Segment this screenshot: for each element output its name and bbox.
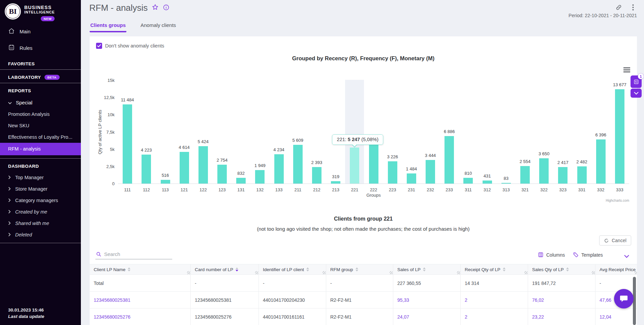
bar-223[interactable] (388, 161, 397, 184)
bar-131[interactable] (236, 178, 246, 184)
bar-113[interactable] (161, 180, 170, 184)
sidebar-item-promotion-analysis[interactable]: Promotion Analysis (0, 108, 81, 120)
bar-321[interactable] (520, 166, 530, 184)
sidebar: BI BUSINESS INTELLIGENCE NEW Main Rules … (0, 0, 81, 325)
table-cell: 191 847,72 (528, 275, 595, 291)
column-header-label: RFM group (330, 267, 353, 272)
tab-bar: Clients groups Anomaly clients (90, 22, 177, 32)
chart-tooltip: 221: 5 247 (5,08%) (332, 134, 383, 145)
cancel-button[interactable]: Cancel (599, 235, 631, 246)
sort-arrows-icon[interactable] (566, 267, 569, 271)
sidebar-item-rfm-analysis[interactable]: RFM - analysis (0, 143, 81, 155)
bar-value-label: 2 554 (510, 159, 540, 164)
table-cell: 12,04 (595, 308, 637, 325)
search-field (95, 250, 172, 259)
share-link-icon[interactable] (615, 4, 622, 12)
bar-313[interactable] (501, 183, 511, 184)
bar-133[interactable] (274, 154, 284, 184)
column-header-sales-qty-of-lp[interactable]: Sales Qty of LP (528, 264, 595, 274)
bar-323[interactable] (558, 167, 568, 184)
sidebar-item-rules[interactable]: Rules (0, 40, 81, 56)
kebab-menu-icon[interactable] (632, 4, 634, 12)
table-cell: 2 (461, 292, 528, 308)
group-info-subtitle: (not too long ago visited the shop; not … (90, 226, 637, 232)
sidebar-item-effectiveness-loyalty[interactable]: Effectiveness of Loyalty Pro... (0, 131, 81, 143)
bar-233[interactable] (444, 136, 454, 184)
bar-332[interactable] (596, 139, 606, 184)
tab-clients-groups[interactable]: Clients groups (90, 22, 126, 32)
favorites-header: FAVORITES (0, 56, 81, 69)
table-total-row: Total---227 360,5514 314191 847,72- (90, 275, 637, 292)
bar-232[interactable] (426, 160, 435, 184)
filters-panel-button[interactable]: 1 (631, 75, 642, 88)
sidebar-item-main[interactable]: Main (0, 23, 81, 40)
sidebar-item-top-manager[interactable]: Top Manager (0, 172, 81, 183)
sort-arrows-icon[interactable] (128, 267, 130, 271)
bar-222[interactable] (369, 141, 378, 184)
collapse-dock-button[interactable] (631, 89, 642, 98)
column-header-card-number-of-lp[interactable]: Card number of LP (191, 264, 259, 274)
bar-122[interactable] (198, 146, 208, 184)
table-cell: 12345680025381 (191, 292, 259, 308)
sort-arrows-icon[interactable] (503, 267, 505, 271)
bar-333[interactable] (615, 89, 624, 184)
table-collapse-chevron-icon[interactable] (624, 253, 629, 259)
bar-132[interactable] (255, 170, 265, 184)
x-axis-line (118, 184, 629, 184)
table-cell: 4401041700161161 (259, 308, 326, 325)
bar-212[interactable] (312, 167, 321, 184)
chevron-right-icon (8, 232, 11, 238)
sidebar-item-label: Special (16, 100, 32, 105)
sidebar-item-special[interactable]: Special (0, 96, 81, 108)
column-header-client-lp-name[interactable]: Client LP Name (90, 264, 191, 274)
bar-231[interactable] (407, 173, 416, 184)
y-tick-label: 0 (90, 181, 115, 186)
sidebar-item-new-sku[interactable]: New SKU (0, 120, 81, 131)
bar-121[interactable] (180, 152, 189, 184)
columns-button[interactable]: Columns (538, 252, 565, 258)
bar-111[interactable] (123, 104, 132, 184)
highcharts-credit[interactable]: Highcharts.com (589, 199, 629, 202)
column-header-rfm-group[interactable]: RFM group (326, 264, 393, 274)
logo-line1: BUSINESS (24, 5, 55, 10)
vertical-scrollbar[interactable] (633, 277, 636, 325)
sidebar-item-label: Rules (20, 45, 32, 51)
sort-arrows-icon[interactable] (306, 267, 309, 271)
sidebar-item-deleted[interactable]: Deleted (0, 229, 81, 240)
info-icon[interactable] (163, 4, 170, 12)
sort-arrows-icon[interactable] (356, 267, 358, 271)
column-header-sales-of-lp[interactable]: Sales of LP (393, 264, 461, 274)
bar-211[interactable] (293, 145, 303, 184)
reset-icon (604, 238, 609, 243)
bar-311[interactable] (463, 178, 473, 184)
chevron-right-icon (8, 220, 11, 227)
sidebar-item-label: Deleted (15, 232, 32, 238)
bar-322[interactable] (539, 158, 549, 184)
tab-anomaly-clients[interactable]: Anomaly clients (140, 22, 177, 32)
templates-button[interactable]: Templates (573, 252, 603, 258)
chat-widget-button[interactable] (614, 289, 634, 308)
bar-123[interactable] (217, 165, 227, 184)
column-header-receipt-qty-of-lp[interactable]: Receipt Qty of LP (461, 264, 528, 274)
bar-331[interactable] (577, 166, 587, 184)
chart-context-menu-icon[interactable] (623, 67, 630, 73)
column-header-avg-receipt-price[interactable]: Avg Receipt Price (595, 264, 637, 274)
sidebar-item-created-by-me[interactable]: Created by me (0, 206, 81, 218)
sidebar-item-category-managers[interactable]: Category managers (0, 195, 81, 206)
bar-312[interactable] (483, 181, 492, 184)
sort-arrows-icon[interactable] (236, 267, 238, 271)
client-link[interactable]: 12345680025381 (90, 292, 191, 308)
table-cell: 14 314 (461, 275, 528, 291)
search-input[interactable] (104, 251, 165, 257)
sort-arrows-icon[interactable] (423, 267, 426, 271)
column-header-identifier-of-lp-client[interactable]: Identifier of LP client (259, 264, 326, 274)
bar-221[interactable] (350, 148, 359, 184)
bar-112[interactable] (142, 155, 151, 184)
logo-line2: INTELLIGENCE (24, 10, 55, 14)
favorite-star-icon[interactable] (152, 4, 159, 12)
sidebar-item-shared-with-me[interactable]: Shared with me (0, 218, 81, 229)
period-label: Period: 22-10-2021 - 20-11-2021 (569, 13, 637, 18)
sidebar-item-store-manager[interactable]: Store Manager (0, 183, 81, 195)
bar-213[interactable] (331, 181, 340, 184)
client-link[interactable]: 12345680025276 (90, 308, 191, 325)
